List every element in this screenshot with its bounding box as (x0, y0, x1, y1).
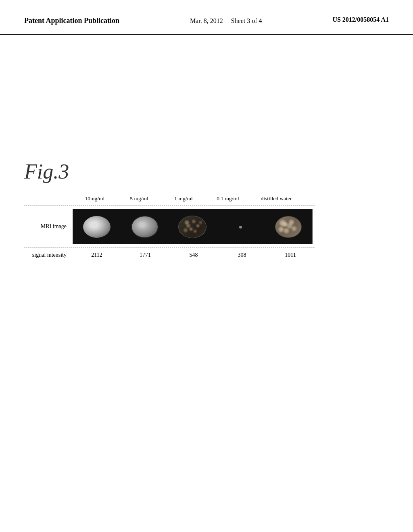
table-border-top (24, 205, 315, 206)
mri-oval-10mg (82, 215, 111, 239)
publication-date: Mar. 8, 2012 (190, 17, 223, 24)
figure-label: Fig.3 (24, 160, 389, 183)
mri-cell-1 (121, 209, 169, 245)
mri-oval-distilled (275, 216, 302, 238)
concentration-headers: 10mg/ml 5 mg/ml 1 mg/ml 0.1 mg/ml distil… (73, 195, 389, 202)
signal-values: 2112 1771 548 308 1011 (73, 252, 315, 258)
signal-value-0: 2112 (73, 252, 121, 258)
mri-cell-4 (264, 209, 312, 245)
mri-oval-1mg (178, 216, 206, 238)
conc-header-0: 10mg/ml (73, 195, 117, 202)
signal-row-label: signal intensity (24, 252, 73, 258)
mri-oval-5mg (131, 216, 159, 238)
publication-title: Patent Application Publication (24, 16, 119, 25)
signal-value-3: 308 (218, 252, 266, 258)
signal-value-4: 1011 (266, 252, 315, 258)
signal-value-2: 548 (169, 252, 218, 258)
mri-strip (73, 209, 313, 244)
mri-cell-2 (169, 209, 217, 245)
mri-image-row: MRI image (24, 209, 389, 244)
mri-cell-0 (73, 209, 121, 245)
signal-value-1: 1771 (121, 252, 169, 258)
conc-header-3: 0.1 mg/ml (206, 195, 250, 202)
header-center: Mar. 8, 2012 Sheet 3 of 4 (190, 16, 262, 26)
page-content: Fig.3 10mg/ml 5 mg/ml 1 mg/ml 0.1 mg/ml … (0, 39, 413, 266)
conc-header-1: 5 mg/ml (117, 195, 161, 202)
figure-3-table: 10mg/ml 5 mg/ml 1 mg/ml 0.1 mg/ml distil… (24, 195, 389, 258)
mri-row-label: MRI image (24, 223, 73, 230)
sheet-number: Sheet 3 of 4 (231, 17, 262, 24)
page-header: Patent Application Publication Mar. 8, 2… (0, 0, 413, 35)
conc-header-4: distilled water (250, 195, 302, 202)
signal-intensity-row: signal intensity 2112 1771 548 308 1011 (24, 252, 389, 258)
mri-dot-0-1mg (239, 226, 242, 229)
table-border-bottom (24, 247, 315, 248)
mri-cell-3 (217, 209, 265, 245)
patent-number: US 2012/0058054 A1 (332, 16, 389, 23)
conc-header-2: 1 mg/ml (161, 195, 206, 202)
